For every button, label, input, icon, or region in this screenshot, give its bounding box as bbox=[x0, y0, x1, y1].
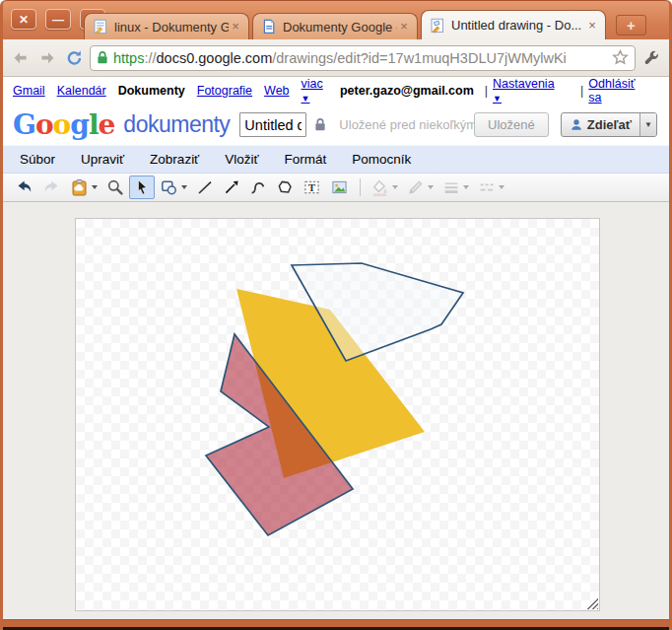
tab-title: linux - Dokumenty Go... bbox=[114, 20, 229, 35]
link-fotografie[interactable]: Fotografie bbox=[197, 84, 252, 98]
dash-style-tool bbox=[474, 175, 508, 199]
arrow-tool[interactable] bbox=[219, 175, 244, 199]
links-left: GmailKalendárDokumentyFotografieWebviac … bbox=[13, 77, 340, 105]
address-bar[interactable]: https://docs0.google.com/drawings/edit?i… bbox=[90, 45, 636, 71]
menu-bar: SúborUpraviťZobraziťVložiťFormátPomocník bbox=[3, 145, 669, 174]
tab-close-icon[interactable]: × bbox=[397, 20, 411, 34]
textbox-icon: T bbox=[302, 178, 321, 196]
browser-tab[interactable]: Dokumenty Google - V...× bbox=[252, 13, 418, 39]
dropdown-caret-icon: ▼ bbox=[302, 94, 310, 104]
toolbar-separator bbox=[360, 178, 361, 196]
wrench-icon[interactable] bbox=[640, 47, 662, 69]
back-icon[interactable] bbox=[10, 47, 32, 69]
logo-letter: l bbox=[89, 108, 99, 141]
line-tool[interactable] bbox=[192, 175, 218, 199]
web-clipboard-tool[interactable] bbox=[66, 175, 101, 199]
drawing-canvas[interactable] bbox=[75, 218, 600, 611]
logo-letter: o bbox=[35, 108, 53, 141]
docs-header: Google dokumenty Uložené pred niekoľkými… bbox=[3, 105, 669, 145]
share-button-label: Zdieľať bbox=[587, 117, 632, 132]
undo-tool[interactable] bbox=[11, 175, 37, 199]
star-icon[interactable] bbox=[612, 49, 629, 66]
dropdown-arrow-icon bbox=[428, 185, 434, 189]
dropdown-caret-icon: ▼ bbox=[493, 94, 502, 104]
polyline-icon bbox=[276, 178, 294, 196]
link-web[interactable]: Web bbox=[264, 84, 289, 98]
drawing-favicon bbox=[430, 18, 445, 34]
arrow-icon bbox=[223, 178, 240, 196]
link-peter-gazo-gmail-com: peter.gazo@gmail.com bbox=[340, 84, 474, 98]
browser-toolbar: https://docs0.google.com/drawings/edit?i… bbox=[3, 39, 669, 77]
links-separator: | bbox=[485, 84, 488, 98]
browser-tab[interactable]: linux - Dokumenty Go...× bbox=[84, 13, 249, 39]
close-button[interactable]: ✕ bbox=[11, 9, 36, 30]
redo-tool bbox=[38, 175, 65, 199]
line-color-icon bbox=[407, 178, 425, 196]
dropdown-arrow-icon bbox=[392, 185, 398, 189]
share-dropdown-arrow[interactable]: ▼ bbox=[639, 113, 656, 136]
fill-color-icon bbox=[370, 178, 389, 197]
document-favicon bbox=[261, 19, 277, 35]
link-viac[interactable]: viac ▼ bbox=[302, 77, 328, 105]
clipboard-icon bbox=[70, 178, 89, 197]
menu-item-vlo-i-[interactable]: Vložiť bbox=[212, 152, 271, 167]
zoom-tool[interactable] bbox=[102, 175, 128, 199]
saved-button[interactable]: Uložené bbox=[474, 112, 549, 137]
lock-icon bbox=[314, 117, 326, 132]
links-right: peter.gazo@gmail.com|Nastavenia ▼|Odhlás… bbox=[340, 77, 659, 105]
logo-letter: G bbox=[13, 108, 35, 141]
menu-item-upravi-[interactable]: Upraviť bbox=[68, 152, 137, 167]
curve-icon bbox=[249, 178, 267, 196]
text-box-tool[interactable]: T bbox=[299, 175, 325, 199]
forward-icon[interactable] bbox=[36, 47, 58, 69]
logo-letter: e bbox=[99, 108, 115, 141]
dropdown-arrow-icon bbox=[499, 185, 504, 189]
url-host: docs0.google.com bbox=[157, 50, 273, 66]
save-status: Uložené pred niekoľkými sekund bbox=[339, 117, 474, 132]
menu-item-pomocn-k[interactable]: Pomocník bbox=[339, 152, 424, 167]
link-dokumenty: Dokumenty bbox=[118, 84, 185, 98]
tab-title: Untitled drawing - Do... bbox=[451, 18, 585, 33]
person-icon bbox=[570, 117, 583, 132]
line-color-tool bbox=[403, 175, 437, 199]
menu-item-form-t[interactable]: Formát bbox=[272, 152, 340, 167]
dropdown-arrow-icon bbox=[463, 185, 469, 189]
select-tool[interactable] bbox=[129, 175, 155, 199]
menu-item-s-bor[interactable]: Súbor bbox=[7, 152, 68, 167]
share-button[interactable]: Zdieľať ▼ bbox=[561, 112, 657, 137]
minimize-button[interactable]: — bbox=[45, 9, 71, 30]
redo-icon bbox=[42, 178, 61, 196]
tab-strip: linux - Dokumenty Go...×Dokumenty Google… bbox=[84, 10, 646, 39]
shape-icon bbox=[160, 178, 178, 196]
dropdown-arrow-icon bbox=[181, 185, 187, 189]
polyline-tool[interactable] bbox=[272, 175, 298, 199]
menu-item-zobrazi-[interactable]: Zobraziť bbox=[137, 152, 212, 167]
tab-close-icon[interactable]: × bbox=[585, 19, 599, 33]
dash-style-icon bbox=[478, 178, 496, 196]
link-kalend-r[interactable]: Kalendár bbox=[57, 84, 106, 98]
editor-page bbox=[3, 202, 669, 619]
shapes-layer bbox=[76, 219, 601, 612]
link-odhl-si-sa[interactable]: Odhlásiť sa bbox=[588, 77, 647, 105]
reload-icon[interactable] bbox=[63, 47, 85, 69]
secure-lock-icon bbox=[97, 50, 108, 65]
curve-tool[interactable] bbox=[245, 175, 271, 199]
browser-tab[interactable]: Untitled drawing - Do...× bbox=[421, 10, 606, 39]
url-text[interactable]: https://docs0.google.com/drawings/edit?i… bbox=[113, 50, 607, 66]
links-separator: | bbox=[580, 84, 583, 98]
line-icon bbox=[196, 178, 214, 196]
image-tool[interactable] bbox=[326, 175, 353, 199]
link-nastavenia[interactable]: Nastavenia ▼ bbox=[493, 77, 564, 105]
tab-close-icon[interactable]: × bbox=[229, 20, 242, 34]
docs-list-favicon bbox=[93, 19, 108, 35]
link-gmail[interactable]: Gmail bbox=[13, 84, 45, 98]
new-tab-button[interactable]: + bbox=[616, 15, 646, 35]
document-title-input[interactable] bbox=[239, 112, 306, 137]
google-logo: Google bbox=[13, 111, 114, 139]
shape-tool[interactable] bbox=[156, 175, 191, 199]
url-path: /drawings/edit?id=17w1muqH3DLU7jWMylwKi bbox=[272, 50, 567, 66]
image-icon bbox=[330, 178, 349, 196]
logo-letter: g bbox=[70, 108, 89, 141]
line-width-tool bbox=[438, 175, 473, 199]
window-bottom-frame bbox=[3, 619, 669, 630]
